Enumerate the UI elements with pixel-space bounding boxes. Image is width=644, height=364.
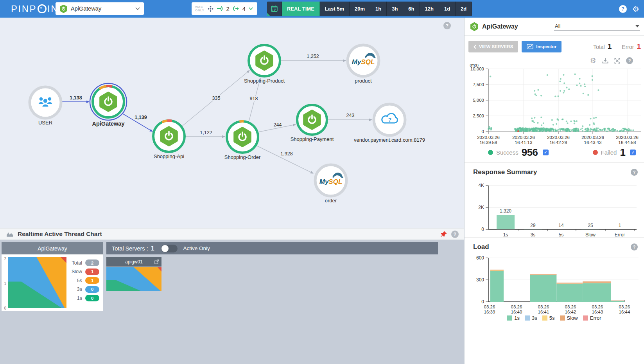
time-range-1h[interactable]: 1h (370, 2, 387, 16)
svg-text:300: 300 (476, 277, 484, 283)
map-node-USER[interactable] (30, 87, 61, 118)
svg-text:2K: 2K (478, 205, 484, 210)
map-node-Shopping-Order[interactable] (227, 121, 258, 153)
load-legend-item: Error (583, 315, 601, 321)
svg-text:29: 29 (530, 223, 536, 228)
failed-legend: Failed 1 ✓ (593, 146, 636, 159)
calendar-button[interactable] (267, 2, 282, 16)
active-only-toggle[interactable] (161, 245, 178, 252)
svg-text:7,500: 7,500 (473, 82, 484, 87)
agent-filter-value: All (555, 23, 560, 29)
map-node-ApiGateway[interactable] (90, 83, 127, 120)
view-servers-button[interactable]: VIEW SERVERS (468, 41, 518, 52)
chevron-left-icon (474, 45, 476, 49)
load-help-icon[interactable]: ? (631, 243, 638, 250)
active-thread-chart: 210 (2, 256, 67, 310)
svg-text:16:43:43: 16:43:43 (584, 140, 602, 145)
time-range-6h[interactable]: 6h (403, 2, 420, 16)
response-scatter-chart[interactable]: 10,0007,5005,0002,5000(ms)2020.03.2616:3… (465, 64, 644, 145)
svg-text:2020.03.26: 2020.03.26 (547, 135, 570, 140)
load-title: Load (473, 243, 489, 251)
svg-text:MySQL: MySQL (319, 178, 343, 186)
failed-checkbox[interactable]: ✓ (630, 150, 636, 155)
server-map: 1,1381,1393351,1229181,2522442431,928USE… (0, 18, 464, 228)
help-icon[interactable]: ? (619, 5, 627, 13)
svg-text:3s: 3s (531, 232, 536, 237)
response-summary-title: Response Summary (473, 168, 537, 176)
thread-legend-row: 1s0 (67, 295, 99, 301)
area-chart-icon (6, 231, 14, 237)
time-range-2d[interactable]: 2d (456, 2, 472, 16)
load-chart: 600300003.2616:3903.2616:4003.2616:4103.… (465, 252, 644, 314)
svg-text:03.26: 03.26 (511, 305, 522, 309)
svg-text:600: 600 (476, 255, 484, 261)
time-range-20m[interactable]: 20m (350, 2, 370, 16)
inbound-count: 2 (226, 5, 230, 12)
agent-filter-select[interactable]: All (554, 22, 640, 31)
time-range-12h[interactable]: 12h (420, 2, 439, 16)
thread-panel-title: ApiGateway (2, 242, 103, 254)
download-icon[interactable] (602, 58, 608, 64)
svg-text:1: 1 (4, 281, 6, 286)
thread-legend-row: Total2 (67, 259, 99, 266)
server-map-canvas[interactable]: 1,1381,1393351,1229181,2522442431,928USE… (0, 18, 464, 228)
server-name: apigw01 (125, 259, 143, 265)
application-selector[interactable]: ApiGateway (56, 2, 144, 15)
map-node-label: Shopping-Product (244, 78, 285, 84)
was-only-filter[interactable]: WASONLY 2 4 (192, 2, 257, 15)
svg-text:MySQL: MySQL (352, 58, 375, 66)
outbound-icon (233, 5, 239, 12)
scatter-help-icon[interactable]: ? (626, 57, 633, 64)
svg-text:0: 0 (481, 299, 484, 305)
map-node-label: Shopping-Order (224, 154, 261, 160)
pin-icon[interactable] (440, 231, 447, 238)
map-node-label: Shopping-Payment (291, 136, 334, 142)
map-node-vendor.payment.card.com:8179[interactable]: ? (374, 104, 405, 135)
map-node-Shopping-Payment[interactable] (297, 105, 327, 135)
sidebar-app-name: ApiGateway (482, 23, 518, 30)
map-node-Shopping-Product[interactable] (249, 45, 280, 76)
map-node-order[interactable]: MySQL (315, 165, 346, 196)
chevron-down-icon (135, 7, 140, 10)
legend-swatch-icon (583, 315, 588, 321)
server-tile[interactable]: apigw01 (106, 257, 161, 292)
response-summary-help-icon[interactable]: ? (631, 169, 638, 176)
svg-text:16:39:58: 16:39:58 (480, 140, 497, 145)
gear-icon[interactable]: ⚙ (632, 5, 639, 13)
map-edge-label: 1,122 (200, 130, 212, 135)
svg-text:16:40: 16:40 (511, 310, 522, 314)
thread-legend-row: 3s0 (67, 286, 99, 293)
external-link-icon[interactable] (154, 259, 159, 264)
svg-text:0: 0 (482, 129, 484, 134)
success-checkbox[interactable]: ✓ (543, 150, 549, 155)
scatter-settings-icon[interactable]: ⚙ (590, 57, 596, 64)
svg-text:16:44:58: 16:44:58 (619, 140, 636, 145)
inspector-button[interactable]: Inspector (522, 41, 561, 52)
map-node-product[interactable]: MySQL (348, 45, 379, 76)
thread-chart-panel: ApiGateway 210 Total2Slow15s13s01s0 (2, 242, 103, 311)
svg-text:2020.03.26: 2020.03.26 (512, 135, 535, 140)
servermap-help-icon[interactable]: ? (443, 22, 451, 29)
svg-text:25: 25 (588, 223, 593, 228)
main-area: 1,1381,1393351,1229181,2522442431,928USE… (0, 18, 464, 364)
realtime-help-icon[interactable]: ? (451, 231, 459, 238)
svg-text:16:42:28: 16:42:28 (550, 140, 567, 145)
fullscreen-icon[interactable] (614, 58, 620, 64)
realtime-thread-title: Realtime Active Thread Chart (18, 231, 102, 238)
svg-text:03.26: 03.26 (592, 305, 603, 309)
success-legend: Success 956 ✓ (488, 146, 549, 159)
map-edge-label: 1,252 (307, 54, 319, 59)
time-range-3h[interactable]: 3h (387, 2, 403, 16)
time-range-real-time[interactable]: REAL TIME (282, 2, 320, 16)
svg-text:16:44: 16:44 (619, 310, 630, 314)
map-edge-label: 1,139 (135, 115, 147, 120)
map-node-label: product (355, 78, 372, 84)
map-node-Shopping-Api[interactable] (153, 121, 185, 152)
time-range-last-5m[interactable]: Last 5m (320, 2, 350, 16)
load-legend-item: 5s (542, 315, 555, 321)
svg-text:5s: 5s (559, 232, 564, 237)
svg-text:16:41: 16:41 (538, 310, 549, 314)
time-range-1d[interactable]: 1d (439, 2, 456, 16)
navbar-right: ? ⚙ (619, 0, 639, 18)
map-edge-label: 918 (250, 96, 258, 101)
